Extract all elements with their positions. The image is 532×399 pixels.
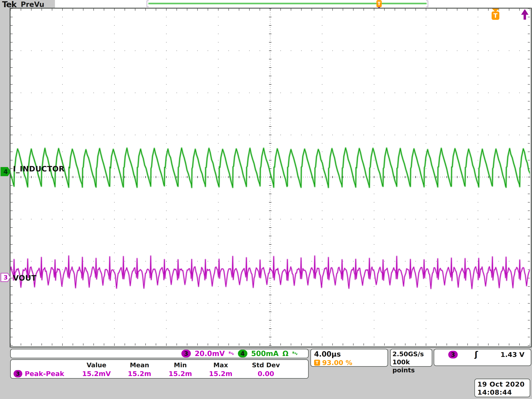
trigger-position-t-icon: T — [492, 11, 499, 20]
channel-scale-readout: 3 20.0mV ᴮ∿ 4 500mA Ω ᴮ∿ — [10, 349, 309, 358]
measurement-value: 15.2mV — [74, 370, 119, 378]
trigger-t-icon: T — [314, 360, 320, 366]
channel3-reference-marker: 3 — [0, 273, 11, 282]
channel3-badge: 3 — [181, 350, 191, 357]
waveform-plot — [11, 9, 530, 347]
measurement-table: Value Mean Min Max Std Dev 3 Peak-Peak 1… — [10, 359, 309, 379]
trace-label-inductor: I_INDUCTOR — [13, 165, 65, 173]
measurement-name: Peak-Peak — [25, 370, 64, 378]
trigger-level: 1.43 V — [500, 351, 525, 358]
channel4-badge: 4 — [238, 350, 247, 357]
time-text: 14:08:44 — [477, 388, 530, 396]
horizontal-readout: 4.00µs T 93.00 % — [310, 349, 388, 367]
measurement-min: 15.2m — [160, 370, 201, 378]
datetime-readout: 19 Oct 2020 14:08:44 — [475, 379, 530, 397]
measurement-header-mean: Mean — [119, 362, 160, 369]
trigger-level-offscreen-arrow-icon — [521, 9, 528, 20]
acquisition-status: PreVu — [21, 0, 44, 8]
trace-label-vout: VOUT — [13, 274, 37, 282]
measurement-source-badge: 3 — [13, 370, 22, 377]
channel4-bandwidth-icon: ᴮ∿ — [292, 351, 298, 356]
measurement-stddev: 0.00 — [241, 370, 291, 378]
measurement-header-stddev: Std Dev — [241, 362, 291, 369]
measurement-mean: 15.2m — [119, 370, 160, 378]
trigger-source-badge: 3 — [448, 351, 458, 358]
measurement-header-value: Value — [74, 362, 119, 369]
measurement-header-min: Min — [160, 362, 201, 369]
record-view-waveform-line — [149, 3, 426, 4]
channel4-reference-marker: 4 — [0, 167, 11, 176]
trigger-position-icon: T — [492, 9, 499, 20]
record-view-trigger-icon: T — [376, 0, 382, 7]
measurement-row-label: 3 Peak-Peak — [13, 370, 74, 378]
channel3-bandwidth-icon: ᴮ∿ — [229, 351, 234, 356]
measurement-header-max: Max — [201, 362, 241, 369]
trigger-position-percent: 93.00 % — [322, 359, 352, 367]
trigger-readout: 3 ʃ 1.43 V — [434, 349, 531, 366]
date-text: 19 Oct 2020 — [477, 380, 530, 388]
record-length: 100k points — [393, 358, 432, 374]
sample-rate: 2.50GS/s — [393, 350, 432, 358]
acquisition-readout: 2.50GS/s 100k points — [390, 349, 432, 367]
horizontal-scale: 4.00µs — [314, 350, 387, 358]
measurement-max: 15.2m — [201, 370, 241, 378]
channel3-scale: 20.0mV — [195, 349, 225, 358]
channel4-impedance: Ω — [283, 349, 288, 358]
trigger-slope-icon: ʃ — [475, 351, 478, 358]
channel4-scale: 500mA — [251, 349, 279, 358]
